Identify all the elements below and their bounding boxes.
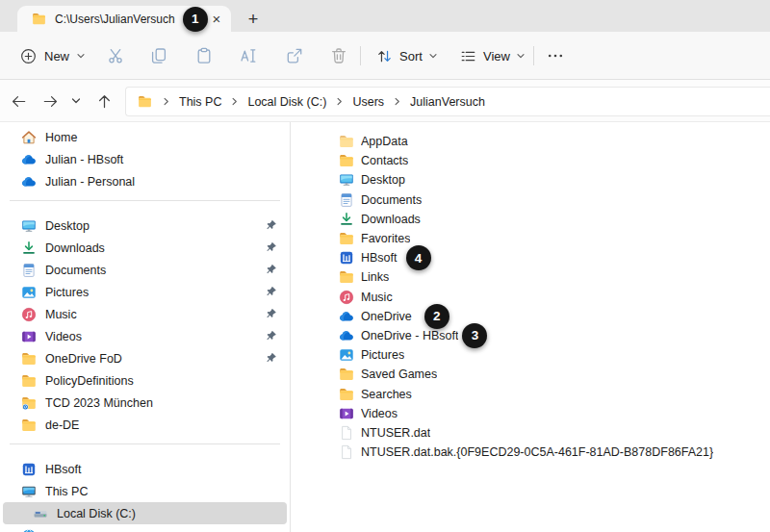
folder-icon xyxy=(339,231,354,246)
file-downloads[interactable]: Downloads xyxy=(339,210,770,229)
file-name: OneDrive xyxy=(361,310,412,323)
up-button[interactable] xyxy=(89,86,119,116)
sidebar-item-de-de[interactable]: de-DE xyxy=(0,414,290,436)
sort-button-label: Sort xyxy=(399,49,423,63)
folder-icon xyxy=(339,269,354,285)
sidebar-item-tcd-2023-m-nchen[interactable]: TCD 2023 München xyxy=(0,392,290,414)
back-button[interactable] xyxy=(3,86,34,116)
file-contacts[interactable]: Contacts xyxy=(339,151,770,170)
delete-button[interactable] xyxy=(322,39,355,72)
sidebar-item-label: Documents xyxy=(45,264,106,277)
annotation-badge-2: 2 xyxy=(424,304,449,329)
folder-icon xyxy=(339,153,354,168)
tab-current[interactable]: C:\Users\JulianVersuch 1 × xyxy=(17,6,231,32)
file-ntuser-dat[interactable]: NTUSER.dat xyxy=(339,423,770,443)
arrow-right-icon xyxy=(41,92,60,111)
sidebar-item-pictures[interactable]: Pictures xyxy=(0,281,290,303)
file-favorites[interactable]: Favorites xyxy=(339,229,770,248)
toolbar-separator xyxy=(360,46,361,65)
sidebar-item-this-pc[interactable]: This PC xyxy=(0,480,290,502)
documents-icon xyxy=(339,192,354,208)
sidebar-item-downloads[interactable]: Downloads xyxy=(0,237,290,259)
address-bar[interactable]: This PCLocal Disk (C:)UsersJulianVersuch xyxy=(125,87,770,116)
scissors-icon xyxy=(106,46,125,65)
sidebar-item-documents[interactable]: Documents xyxy=(0,259,290,281)
breadcrumb-item-this-pc[interactable]: This PC xyxy=(178,93,222,111)
sidebar-item-julian-personal[interactable]: Julian - Personal xyxy=(0,170,290,192)
file-saved-games[interactable]: Saved Games xyxy=(339,365,770,384)
sidebar-item-julian-hbsoft[interactable]: Julian - HBsoft xyxy=(0,148,290,170)
chevron-down-icon xyxy=(70,95,82,107)
file-icon xyxy=(339,444,354,460)
new-button[interactable]: New xyxy=(10,39,95,72)
pin-icon xyxy=(266,219,277,234)
file-name: NTUSER.dat.bak.{0F9ECD29-0C5A-461F-81AD-… xyxy=(361,445,713,459)
sidebar-item-label: OneDrive FoD xyxy=(45,352,122,366)
sidebar-item-local-disk-c[interactable]: Local Disk (C:) xyxy=(3,502,287,524)
breadcrumb-item-julianversuch[interactable]: JulianVersuch xyxy=(409,93,486,111)
file-onedrive[interactable]: OneDrive2 xyxy=(339,307,770,326)
videos-icon xyxy=(21,329,37,344)
sidebar-item-policydefinitions[interactable]: PolicyDefinitions xyxy=(0,369,290,392)
cut-button[interactable] xyxy=(99,39,132,72)
sidebar-item-music[interactable]: Music xyxy=(0,303,290,325)
pin-icon xyxy=(266,241,277,256)
sidebar-item-home[interactable]: Home xyxy=(0,126,290,148)
rename-button[interactable] xyxy=(232,39,265,72)
new-tab-button[interactable]: + xyxy=(241,7,266,32)
file-ntuser-dat-bak-0f9ecd29-0c5a-461f-81ad-b878df86fa21[interactable]: NTUSER.dat.bak.{0F9ECD29-0C5A-461F-81AD-… xyxy=(339,443,770,462)
chevron-right-icon xyxy=(162,96,170,107)
tab-close-button[interactable]: × xyxy=(208,9,225,30)
file-links[interactable]: Links xyxy=(339,267,770,287)
sidebar-item-hbsoft[interactable]: HBsoft xyxy=(0,458,290,480)
sidebar-item-label: This PC xyxy=(45,485,88,498)
file-hbsoft[interactable]: HBsoft4 xyxy=(339,248,770,267)
command-bar: New Sort View xyxy=(0,32,770,80)
breadcrumb-item-local-disk-c[interactable]: Local Disk (C:) xyxy=(246,93,327,111)
folder-icon xyxy=(21,351,37,367)
sidebar-item-label: Julian - HBsoft xyxy=(45,153,123,166)
sidebar-item-label: HBsoft xyxy=(45,463,82,476)
ellipsis-icon xyxy=(546,46,565,65)
folder-icon xyxy=(339,387,354,402)
share-button[interactable] xyxy=(278,39,311,72)
sidebar-item-label: PolicyDefinitions xyxy=(45,374,134,388)
sidebar-item-label: Desktop xyxy=(45,219,90,233)
music-icon xyxy=(21,307,37,322)
file-onedrive-hbsoft[interactable]: OneDrive - HBsoft3 xyxy=(339,326,770,345)
sort-button[interactable]: Sort xyxy=(370,39,444,72)
more-options-button[interactable] xyxy=(539,39,572,72)
file-videos[interactable]: Videos xyxy=(339,404,770,423)
file-name: OneDrive - HBsoft xyxy=(361,329,458,342)
sidebar-item-label: TCD 2023 München xyxy=(45,396,153,410)
sidebar-item-videos[interactable]: Videos xyxy=(0,325,290,347)
sidebar-item-partial[interactable] xyxy=(0,524,290,532)
copy-button[interactable] xyxy=(142,39,175,72)
desktop-icon xyxy=(339,172,354,188)
view-button[interactable]: View xyxy=(453,39,531,72)
file-searches[interactable]: Searches xyxy=(339,384,770,403)
chevron-down-icon xyxy=(516,51,526,61)
file-pictures[interactable]: Pictures xyxy=(339,345,770,365)
recent-locations-button[interactable] xyxy=(64,86,89,116)
sidebar-item-onedrive-fod[interactable]: OneDrive FoD xyxy=(0,347,290,369)
desktop-icon xyxy=(21,218,37,234)
chevron-down-icon xyxy=(76,51,86,61)
file-music[interactable]: Music xyxy=(339,288,770,307)
forward-button[interactable] xyxy=(35,86,65,116)
file-documents[interactable]: Documents xyxy=(339,190,770,210)
documents-icon xyxy=(21,263,37,278)
file-name: AppData xyxy=(361,135,408,148)
paste-button[interactable] xyxy=(188,39,220,72)
network-icon xyxy=(21,528,37,532)
breadcrumb-item-users[interactable]: Users xyxy=(351,93,385,111)
pin-icon xyxy=(266,308,277,322)
thispc-icon xyxy=(21,484,37,499)
sidebar-item-desktop[interactable]: Desktop xyxy=(0,215,290,237)
file-desktop[interactable]: Desktop xyxy=(339,170,770,190)
pictures-icon xyxy=(339,347,354,363)
file-appdata[interactable]: AppData xyxy=(339,132,770,151)
chevron-right-icon xyxy=(393,96,401,107)
new-button-label: New xyxy=(44,49,69,63)
home-icon xyxy=(21,130,37,145)
